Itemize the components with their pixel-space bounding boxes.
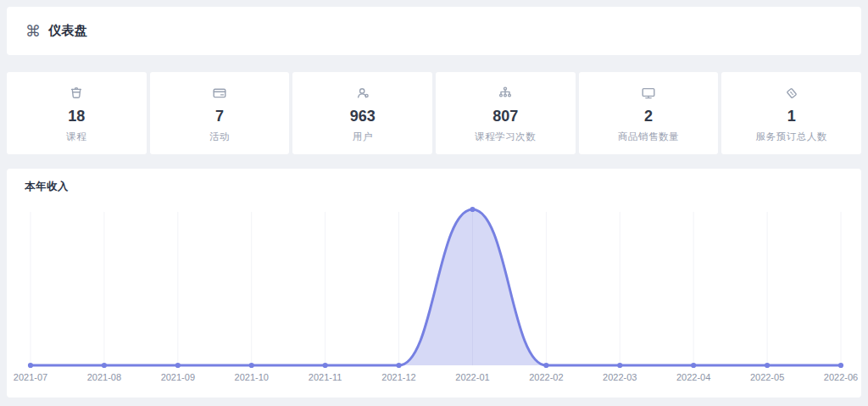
monitor-icon xyxy=(640,85,657,102)
x-axis-label: 2022-06 xyxy=(824,372,858,382)
income-chart-panel: 本年收入 2021-072021-082021-092021-102021-11… xyxy=(7,169,861,398)
stat-label: 用户 xyxy=(353,131,373,143)
data-point[interactable] xyxy=(175,363,181,368)
page-title: 仪表盘 xyxy=(48,23,88,39)
x-axis-label: 2021-10 xyxy=(235,372,269,382)
data-point[interactable] xyxy=(249,363,254,368)
data-point[interactable] xyxy=(396,363,401,368)
stat-value: 2 xyxy=(644,108,653,126)
course-bag-icon xyxy=(68,85,85,102)
stat-label: 服务预订总人数 xyxy=(756,131,827,143)
data-point[interactable] xyxy=(691,363,696,368)
sitemap-icon xyxy=(497,85,514,102)
x-axis-label: 2022-01 xyxy=(455,372,489,382)
stat-label: 课程学习次数 xyxy=(475,131,536,143)
stat-card: 963 用户 xyxy=(292,72,432,154)
income-area-chart[interactable]: 2021-072021-082021-092021-102021-112021-… xyxy=(7,192,861,392)
data-point[interactable] xyxy=(617,363,622,368)
data-point[interactable] xyxy=(323,363,328,368)
stat-value: 807 xyxy=(492,108,518,126)
stat-card: 2 商品销售数量 xyxy=(579,72,719,154)
stat-card: 7 活动 xyxy=(150,72,290,154)
x-axis-label: 2022-04 xyxy=(676,372,710,382)
stat-value: 7 xyxy=(215,108,224,126)
x-axis-label: 2022-05 xyxy=(750,372,784,382)
x-axis-label: 2021-08 xyxy=(87,372,121,382)
data-point[interactable] xyxy=(765,363,770,368)
stat-label: 活动 xyxy=(209,131,230,143)
x-axis-label: 2022-02 xyxy=(529,372,563,382)
stat-label: 商品销售数量 xyxy=(618,131,679,143)
x-axis-label: 2021-12 xyxy=(381,372,415,382)
x-axis-label: 2022-03 xyxy=(603,372,637,382)
stat-card: 18 课程 xyxy=(7,72,147,154)
users-icon xyxy=(354,85,371,102)
x-axis-label: 2021-11 xyxy=(309,372,342,382)
stat-card: 807 课程学习次数 xyxy=(436,72,576,154)
data-point[interactable] xyxy=(838,363,843,368)
x-axis-label: 2021-07 xyxy=(14,372,47,382)
stat-value: 18 xyxy=(68,108,85,126)
command-icon: ⌘ xyxy=(25,24,41,39)
x-axis-label: 2021-09 xyxy=(161,372,195,382)
data-point[interactable] xyxy=(28,363,33,368)
stat-card: 1 服务预订总人数 xyxy=(721,72,861,154)
ticket-icon xyxy=(783,85,800,102)
stat-value: 1 xyxy=(787,108,796,126)
stat-value: 963 xyxy=(350,108,376,126)
stats-row: 18 课程 7 活动 963 用户 807 课程学习次数 2 商品销售数量 1 xyxy=(7,72,861,154)
stat-label: 课程 xyxy=(66,131,86,143)
data-point[interactable] xyxy=(543,363,548,368)
header-bar: ⌘ 仪表盘 xyxy=(7,7,861,55)
data-point[interactable] xyxy=(102,363,107,368)
activity-card-icon xyxy=(211,85,228,102)
data-point[interactable] xyxy=(470,207,475,212)
